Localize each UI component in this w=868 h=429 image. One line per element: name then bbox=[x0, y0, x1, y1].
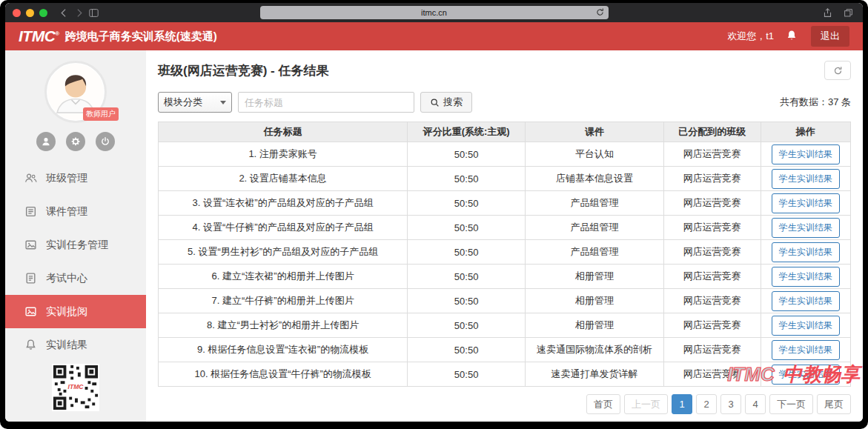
tab-overview-icon[interactable] bbox=[841, 6, 855, 19]
table-row: 6. 建立“连衣裙”的相册并上传图片50:50相册管理网店运营竞赛学生实训结果 bbox=[159, 265, 851, 289]
student-results-button[interactable]: 学生实训结果 bbox=[772, 291, 840, 311]
table-row: 1. 注册卖家账号50:50平台认知网店运营竞赛学生实训结果 bbox=[159, 142, 851, 167]
logout-button[interactable]: 退出 bbox=[811, 26, 849, 47]
score-ratio-cell: 50:50 bbox=[408, 362, 526, 387]
courseware-cell: 速卖通国际物流体系的剖析 bbox=[526, 338, 664, 362]
student-results-button[interactable]: 学生实训结果 bbox=[772, 340, 840, 360]
sidebar-item-training-task-management[interactable]: 实训任务管理 bbox=[5, 228, 146, 262]
student-results-button[interactable]: 学生实训结果 bbox=[772, 316, 840, 336]
assigned-class-cell: 网店运营竞赛 bbox=[663, 338, 761, 362]
pagination-1[interactable]: 1 bbox=[672, 394, 692, 414]
student-results-button[interactable]: 学生实训结果 bbox=[772, 242, 840, 262]
courseware-cell: 相册管理 bbox=[526, 289, 664, 313]
courseware-cell: 平台认知 bbox=[526, 142, 664, 167]
profile-icon[interactable] bbox=[36, 132, 56, 151]
share-icon[interactable] bbox=[820, 6, 835, 19]
task-title-input[interactable] bbox=[238, 92, 414, 113]
review-icon bbox=[24, 305, 37, 318]
sidebar-toggle-icon[interactable] bbox=[86, 6, 101, 19]
sidebar-item-label: 实训批阅 bbox=[46, 305, 87, 319]
browser-chrome: itmc.cn bbox=[5, 3, 863, 22]
back-button[interactable] bbox=[56, 6, 71, 19]
search-button[interactable]: 搜索 bbox=[420, 92, 472, 113]
task-title-cell: 3. 设置“连衣裙”的产品组及对应的子产品组 bbox=[159, 191, 408, 216]
courseware-cell: 店铺基本信息设置 bbox=[526, 167, 664, 191]
window-close-button[interactable] bbox=[13, 9, 21, 17]
action-cell: 学生实训结果 bbox=[761, 142, 850, 167]
welcome-text: 欢迎您，t1 bbox=[727, 30, 774, 43]
task-title-cell: 7. 建立“牛仔裤”的相册并上传图片 bbox=[159, 289, 408, 313]
student-results-button[interactable]: 学生实训结果 bbox=[772, 169, 840, 189]
sidebar-item-label: 实训任务管理 bbox=[46, 239, 108, 252]
action-cell: 学生实训结果 bbox=[761, 338, 850, 362]
settings-gear-icon[interactable] bbox=[66, 132, 85, 151]
sidebar: 教师用户 班级管理课件管理实训任务管理考试中心实训批阅实训结果 bbox=[5, 50, 146, 422]
sidebar-item-class-management[interactable]: 班级管理 bbox=[5, 162, 146, 195]
assigned-class-cell: 网店运营竞赛 bbox=[663, 289, 761, 313]
app-logo: ITMC® bbox=[19, 27, 59, 45]
search-button-label: 搜索 bbox=[443, 96, 463, 109]
assigned-class-cell: 网店运营竞赛 bbox=[663, 216, 761, 240]
sidebar-item-exam-center[interactable]: 考试中心 bbox=[5, 262, 146, 295]
pagination-first[interactable]: 首页 bbox=[586, 394, 620, 414]
action-cell: 学生实训结果 bbox=[761, 216, 850, 240]
action-cell: 学生实训结果 bbox=[761, 167, 850, 191]
score-ratio-cell: 50:50 bbox=[408, 191, 526, 216]
window-controls bbox=[13, 9, 47, 17]
student-results-button[interactable]: 学生实训结果 bbox=[772, 218, 840, 238]
score-ratio-cell: 50:50 bbox=[408, 240, 526, 265]
assigned-class-cell: 网店运营竞赛 bbox=[663, 265, 761, 289]
score-ratio-cell: 50:50 bbox=[408, 167, 526, 191]
sidebar-item-training-review[interactable]: 实训批阅 bbox=[5, 295, 146, 328]
student-results-button[interactable]: 学生实训结果 bbox=[772, 267, 840, 287]
window-minimize-button[interactable] bbox=[26, 9, 34, 17]
courseware-cell: 产品组管理 bbox=[526, 216, 664, 240]
forward-button[interactable] bbox=[71, 6, 86, 19]
address-bar[interactable]: itmc.cn bbox=[260, 6, 609, 19]
notifications-bell-icon[interactable] bbox=[786, 30, 799, 43]
action-cell: 学生实训结果 bbox=[761, 240, 850, 265]
action-cell: 学生实训结果 bbox=[761, 265, 850, 289]
pagination-2[interactable]: 2 bbox=[696, 394, 717, 414]
module-category-select[interactable]: 模块分类 bbox=[158, 92, 232, 113]
sidebar-item-label: 课件管理 bbox=[46, 205, 87, 219]
sidebar-item-courseware-management[interactable]: 课件管理 bbox=[5, 195, 146, 228]
pagination-last[interactable]: 尾页 bbox=[817, 394, 851, 414]
pagination-prev: 上一页 bbox=[624, 394, 668, 414]
column-header: 课件 bbox=[526, 122, 664, 142]
column-header: 已分配到的班级 bbox=[663, 122, 761, 142]
qr-brand-label: ITMC bbox=[68, 383, 85, 390]
window-zoom-button[interactable] bbox=[39, 9, 47, 17]
courseware-icon bbox=[24, 205, 37, 218]
student-results-button[interactable]: 学生实训结果 bbox=[772, 144, 840, 164]
table-row: 9. 根据任务信息设置“连衣裙”的物流模板50:50速卖通国际物流体系的剖析网店… bbox=[159, 338, 851, 362]
page-title: 班级(网店运营竞赛) - 任务结果 bbox=[158, 62, 328, 79]
action-cell: 学生实训结果 bbox=[761, 313, 850, 338]
task-title-cell: 8. 建立“男士衬衫”的相册并上传图片 bbox=[159, 313, 408, 338]
pagination-next[interactable]: 下一页 bbox=[769, 394, 813, 414]
exam-icon bbox=[24, 272, 37, 285]
task-title-cell: 1. 注册卖家账号 bbox=[159, 142, 408, 167]
table-row: 8. 建立“男士衬衫”的相册并上传图片50:50相册管理网店运营竞赛学生实训结果 bbox=[159, 313, 851, 338]
assigned-class-cell: 网店运营竞赛 bbox=[663, 362, 761, 387]
chevron-down-icon bbox=[220, 101, 226, 104]
pagination: 首页上一页1234下一页尾页 bbox=[158, 394, 851, 414]
score-ratio-cell: 50:50 bbox=[408, 313, 526, 338]
user-avatar[interactable]: 教师用户 bbox=[44, 61, 107, 123]
task-title-cell: 9. 根据任务信息设置“连衣裙”的物流模板 bbox=[159, 338, 408, 362]
registered-mark: ® bbox=[55, 30, 59, 37]
tasks-icon bbox=[24, 239, 37, 251]
refresh-button[interactable] bbox=[824, 61, 851, 80]
task-title-cell: 2. 设置店铺基本信息 bbox=[159, 167, 408, 191]
assigned-class-cell: 网店运营竞赛 bbox=[663, 142, 761, 167]
reload-icon[interactable] bbox=[595, 7, 605, 17]
pagination-3[interactable]: 3 bbox=[720, 394, 741, 414]
student-results-button[interactable]: 学生实训结果 bbox=[772, 365, 840, 385]
table-row: 4. 设置“牛仔裤”的产品组及对应的子产品组50:50产品组管理网店运营竞赛学生… bbox=[159, 216, 851, 240]
courseware-cell: 速卖通打单发货详解 bbox=[526, 362, 664, 387]
student-results-button[interactable]: 学生实训结果 bbox=[772, 193, 840, 213]
power-icon[interactable] bbox=[96, 132, 115, 151]
sidebar-item-training-results[interactable]: 实训结果 bbox=[5, 328, 146, 362]
courseware-cell: 相册管理 bbox=[526, 265, 664, 289]
pagination-4[interactable]: 4 bbox=[745, 394, 766, 414]
